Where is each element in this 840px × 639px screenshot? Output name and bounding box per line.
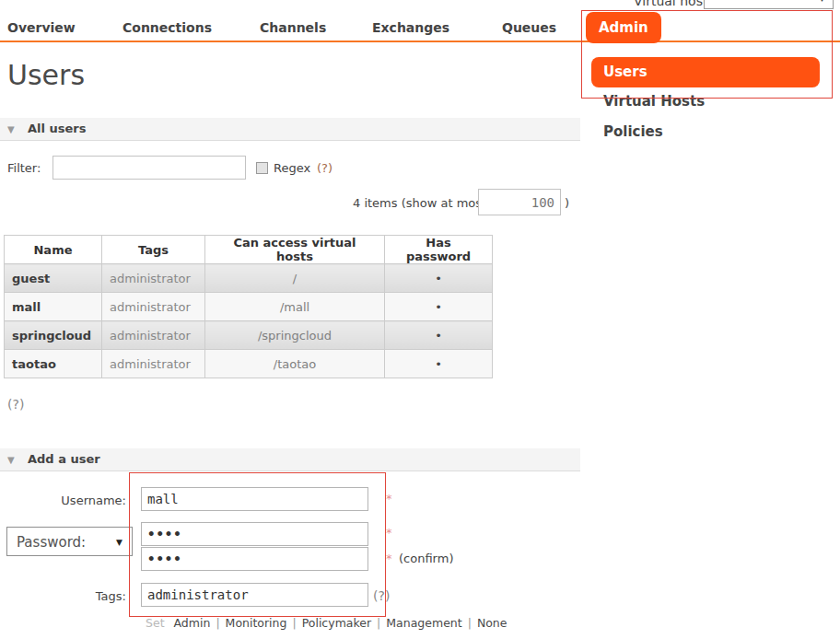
chevron-down-icon: ▼ — [819, 0, 825, 3]
collapse-triangle-icon[interactable]: ▼ — [7, 455, 15, 465]
has-password-dot-icon: • — [385, 350, 493, 378]
items-count-suffix: ) — [565, 196, 569, 210]
tab-connections[interactable]: Connections — [122, 20, 212, 35]
show-at-most-input[interactable] — [478, 189, 561, 215]
tab-queues[interactable]: Queues — [502, 20, 556, 35]
regex-label: Regex — [274, 161, 310, 175]
set-label: Set — [146, 616, 165, 630]
user-tags: administrator — [102, 293, 205, 321]
user-name-link[interactable]: taotao — [5, 350, 102, 378]
collapse-triangle-icon[interactable]: ▼ — [7, 124, 15, 134]
col-header-tags[interactable]: Tags — [102, 236, 205, 264]
has-password-dot-icon: • — [385, 321, 493, 350]
set-link-management[interactable]: Management — [386, 616, 461, 630]
filter-input[interactable] — [52, 156, 246, 180]
has-password-dot-icon: • — [385, 264, 493, 293]
section-all-users[interactable]: ▼ All users — [0, 118, 580, 141]
confirm-hint: (confirm) — [399, 552, 453, 565]
has-password-dot-icon: • — [385, 293, 493, 321]
sidebar-item-policies[interactable]: Policies — [603, 123, 663, 140]
user-name-link[interactable]: mall — [5, 293, 102, 321]
separator: | — [292, 616, 296, 630]
tab-exchanges[interactable]: Exchanges — [372, 20, 449, 35]
section-title: All users — [28, 122, 86, 135]
table-row: mall administrator /mall • — [5, 293, 493, 321]
virtual-host-value: All — [712, 0, 728, 3]
chevron-down-icon: ▼ — [116, 538, 122, 547]
regex-checkbox[interactable] — [256, 162, 268, 174]
separator: | — [377, 616, 380, 630]
user-name-link[interactable]: springcloud — [5, 321, 102, 350]
table-help-link[interactable]: (?) — [7, 397, 24, 412]
separator: | — [468, 616, 472, 630]
regex-help-link[interactable]: (?) — [317, 161, 332, 175]
password-confirm-input[interactable] — [141, 547, 368, 571]
username-input[interactable] — [141, 487, 368, 511]
sidebar-item-users-active[interactable]: Users — [591, 57, 820, 87]
users-table: Name Tags Can access virtual hosts Has p… — [4, 235, 493, 378]
tags-input[interactable] — [141, 583, 368, 607]
set-link-none[interactable]: None — [477, 616, 508, 630]
tab-overview[interactable]: Overview — [7, 20, 76, 35]
user-vhosts: /taotao — [205, 350, 385, 378]
user-vhosts: / — [205, 264, 385, 293]
user-name-link[interactable]: guest — [5, 264, 102, 293]
password-input[interactable] — [141, 522, 368, 546]
required-asterisk: * — [386, 492, 392, 505]
set-link-policymaker[interactable]: Policymaker — [302, 616, 371, 630]
separator: | — [216, 616, 219, 630]
table-row: springcloud administrator /springcloud • — [5, 321, 493, 350]
page-title: Users — [7, 59, 85, 91]
user-tags: administrator — [102, 350, 205, 378]
table-header-row: Name Tags Can access virtual hosts Has p… — [5, 236, 493, 264]
col-header-haspassword[interactable]: Has password — [385, 236, 493, 264]
user-tags: administrator — [102, 264, 205, 293]
set-link-monitoring[interactable]: Monitoring — [226, 616, 287, 630]
col-header-vhosts[interactable]: Can access virtual hosts — [205, 236, 385, 264]
section-add-a-user[interactable]: ▼ Add a user — [0, 448, 580, 471]
table-row: guest administrator / • — [5, 264, 493, 293]
tab-admin-active[interactable]: Admin — [586, 12, 661, 43]
user-tags: administrator — [102, 321, 205, 350]
password-select-label: Password: — [17, 534, 86, 551]
virtual-host-label: Virtual host: — [634, 0, 712, 8]
user-vhosts: /springcloud — [205, 321, 385, 350]
tags-label: Tags: — [0, 589, 126, 603]
items-count-text: 4 items (show at most — [353, 196, 486, 210]
table-row: taotao administrator /taotao • — [5, 350, 493, 378]
user-vhosts: /mall — [205, 293, 385, 321]
required-asterisk: * — [386, 526, 392, 540]
sidebar-item-virtual-hosts[interactable]: Virtual Hosts — [603, 93, 705, 110]
filter-label: Filter: — [7, 161, 41, 175]
username-label: Username: — [0, 494, 126, 507]
tab-channels[interactable]: Channels — [260, 20, 326, 35]
col-header-name[interactable]: Name — [5, 236, 102, 264]
tags-help-link[interactable]: (?) — [373, 588, 390, 603]
set-tags-row: SetAdmin|Monitoring|Policymaker|Manageme… — [146, 616, 508, 630]
password-type-select[interactable]: Password: ▼ — [6, 527, 133, 556]
nav-underline — [0, 41, 840, 42]
required-asterisk: * — [386, 552, 392, 565]
set-link-admin[interactable]: Admin — [174, 616, 211, 630]
section-title: Add a user — [28, 452, 100, 466]
virtual-host-select[interactable]: All ▼ — [704, 0, 834, 9]
